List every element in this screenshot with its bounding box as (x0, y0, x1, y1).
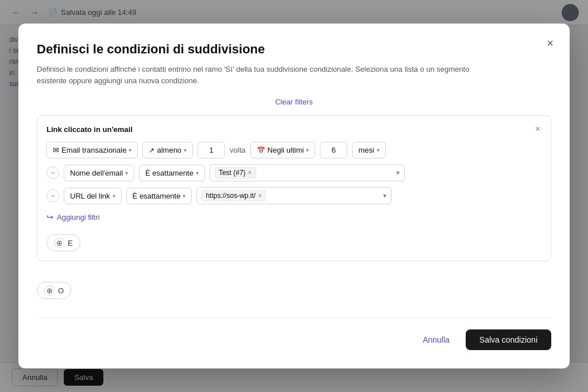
modal-overlay: × Definisci le condizioni di suddivision… (0, 0, 588, 392)
field-1-label: Nome dell'email (70, 169, 123, 177)
tag-input-2[interactable]: https://sos-wp.it/ × ▾ (196, 187, 392, 204)
or-plus-icon: ⊕ (44, 285, 55, 296)
condition-top-row: ✉ Email transazionale ▾ ↗ almeno ▾ volta… (47, 142, 541, 158)
operator-2-chevron: ▾ (183, 193, 185, 199)
tag-2-dropdown-arrow[interactable]: ▾ (381, 192, 386, 200)
tag-1-remove-button[interactable]: × (248, 169, 252, 176)
operator-2-dropdown[interactable]: È esattamente ▾ (126, 188, 192, 204)
envelope-icon: ✉ (53, 146, 59, 154)
email-type-dropdown[interactable]: ✉ Email transazionale ▾ (47, 142, 138, 158)
field-1-chevron: ▾ (125, 170, 128, 176)
operator-1-label: È esattamente (145, 169, 194, 177)
frequency-dropdown[interactable]: ↗ almeno ▾ (142, 142, 193, 158)
time-range-label: Negli ultimi (268, 146, 304, 154)
time-value-input[interactable] (320, 142, 347, 158)
clear-filters-button[interactable]: Clear filters (37, 98, 551, 106)
time-unit-chevron: ▾ (377, 147, 380, 153)
field-2-chevron: ▾ (113, 193, 115, 199)
modal-title: Definisci le condizioni di suddivisione (37, 42, 551, 57)
time-range-dropdown[interactable]: 📅 Negli ultimi ▾ (250, 142, 316, 158)
and-plus-icon: ⊕ (54, 238, 64, 248)
footer-annulla-button[interactable]: Annulla (413, 331, 459, 349)
add-filters-button[interactable]: ↪ Aggiungi filtri (47, 210, 99, 224)
field-1-dropdown[interactable]: Nome dell'email ▾ (64, 165, 134, 181)
operator-1-dropdown[interactable]: È esattamente ▾ (139, 165, 205, 181)
tag-2-value: https://sos-wp.it/ × (202, 190, 266, 201)
minus-icon-1: − (51, 168, 55, 177)
condition-card-title: Link cliccato in un'email (47, 125, 541, 134)
filter-row-1: − Nome dell'email ▾ È esattamente ▾ Test… (47, 164, 541, 181)
frequency-unit-label: volta (230, 146, 245, 154)
condition-card-close-button[interactable]: × (532, 123, 544, 135)
tag-1-text: Test (#7) (219, 169, 246, 177)
field-2-dropdown[interactable]: URL del link ▾ (64, 188, 122, 204)
modal-description: Definisci le condizioni affinché i conta… (37, 64, 496, 86)
and-button-container: ⊕ E (47, 230, 541, 251)
tag-1-dropdown-arrow[interactable]: ▾ (394, 169, 400, 177)
email-type-chevron: ▾ (129, 147, 131, 153)
add-filters-arrow-icon: ↪ (47, 212, 53, 222)
condition-card: Link cliccato in un'email × ✉ Email tran… (37, 115, 551, 261)
time-unit-label: mesi (358, 146, 374, 154)
modal-footer: Annulla Salva condizioni (37, 317, 551, 350)
tag-2-remove-button[interactable]: × (258, 192, 262, 199)
frequency-label: almeno (157, 146, 181, 154)
trend-icon: ↗ (149, 146, 154, 154)
operator-1-chevron: ▾ (196, 170, 199, 176)
or-label: O (58, 286, 64, 295)
tag-2-text: https://sos-wp.it/ (206, 192, 256, 200)
filter-row-2: − URL del link ▾ È esattamente ▾ https:/… (47, 187, 541, 204)
tag-input-1[interactable]: Test (#7) × ▾ (210, 164, 405, 181)
minus-icon-2: − (51, 191, 55, 200)
footer-salva-button[interactable]: Salva condizioni (466, 329, 551, 350)
remove-filter-2-button[interactable]: − (47, 189, 59, 202)
frequency-chevron: ▾ (184, 147, 187, 153)
or-button[interactable]: ⊕ O (37, 282, 71, 299)
and-label: E (68, 239, 73, 247)
add-filters-label: Aggiungi filtri (57, 213, 99, 222)
operator-2-label: È esattamente (133, 192, 181, 200)
time-unit-dropdown[interactable]: mesi ▾ (352, 142, 385, 158)
modal-close-button[interactable]: × (542, 35, 558, 51)
email-type-label: Email transazionale (61, 146, 126, 154)
and-button[interactable]: ⊕ E (47, 234, 80, 251)
calendar-icon: 📅 (257, 146, 265, 154)
tag-1-value: Test (#7) × (215, 167, 256, 178)
frequency-count-input[interactable] (198, 142, 225, 158)
time-range-chevron: ▾ (306, 147, 309, 153)
remove-filter-1-button[interactable]: − (47, 166, 59, 179)
field-2-label: URL del link (70, 192, 110, 200)
or-button-container: ⊕ O (37, 277, 551, 299)
modal: × Definisci le condizioni di suddivision… (18, 24, 570, 368)
